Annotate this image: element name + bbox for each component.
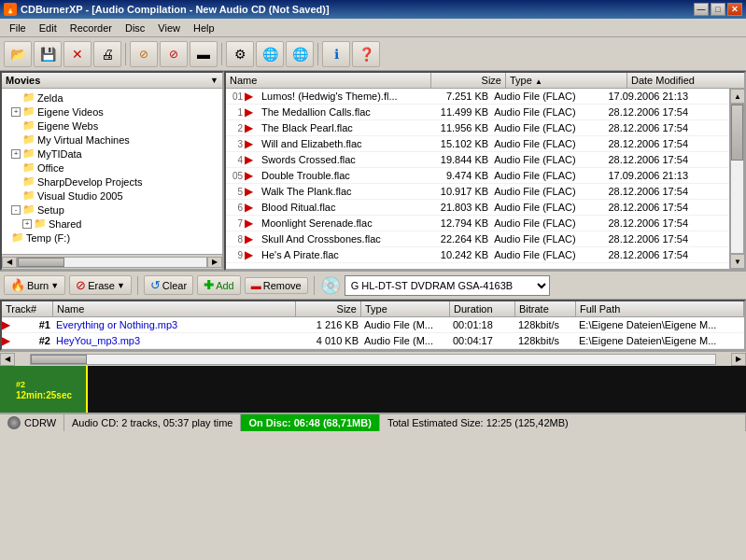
file-list-row[interactable]: 2 ▶ The Black Pearl.flac 11.956 KB Audio…	[226, 120, 729, 136]
file-list-row[interactable]: 7 ▶ Moonlight Serenade.flac 12.794 KB Au…	[226, 216, 729, 231]
vscroll-up-btn[interactable]: ▲	[730, 89, 744, 104]
toolbar-info-button[interactable]: ℹ	[322, 41, 350, 67]
toolbar-delete-button[interactable]: ✕	[63, 41, 91, 67]
th-name[interactable]: Name	[53, 301, 296, 316]
erase-button[interactable]: ⊘ Erase ▼	[69, 275, 132, 295]
file-list-row[interactable]: 8 ▶ Skull And Crossbones.flac 22.264 KB …	[226, 231, 729, 247]
burn-button[interactable]: 🔥 Burn ▼	[4, 275, 65, 295]
clear-button[interactable]: ↺ Clear	[144, 275, 193, 295]
th-duration[interactable]: Duration	[450, 301, 515, 316]
th-type[interactable]: Type	[361, 301, 450, 316]
folder-hscrollbar[interactable]: ◀ ▶	[2, 254, 222, 269]
hscroll-thumb[interactable]	[31, 355, 87, 364]
tree-item-eigene-webs[interactable]: 📁 Eigene Webs	[2, 119, 222, 133]
col-header-type[interactable]: Type ▲	[506, 73, 627, 88]
toolbar-save-button[interactable]: 💾	[34, 41, 62, 67]
col-header-date[interactable]: Date Modified	[627, 73, 746, 88]
vscroll-down-btn[interactable]: ▼	[730, 254, 744, 269]
track-list[interactable]: ▶ #1 Everything or Nothing.mp3 1 216 KB …	[2, 317, 744, 349]
file-list[interactable]: 01 ▶ Lumos! (Hedwig's Theme).fl... 7.251…	[226, 89, 729, 269]
file-list-panel: Name Size Type ▲ Date Modified 01 ▶ Lumo…	[224, 71, 746, 271]
tree-item-office[interactable]: 📁 Office	[2, 161, 222, 175]
col-header-name[interactable]: Name	[226, 73, 431, 88]
tree-item-eigene-videos[interactable]: + 📁 Eigene Videos	[2, 105, 222, 119]
file-list-row[interactable]: 3 ▶ Will and Elizabeth.flac 15.102 KB Au…	[226, 136, 729, 152]
file-list-vscrollbar[interactable]: ▲ ▼	[729, 89, 744, 269]
add-button[interactable]: ✚ Add	[197, 275, 241, 295]
hscroll-right-btn[interactable]: ▶	[731, 353, 746, 366]
hscroll-thumb[interactable]	[18, 258, 64, 267]
file-list-row[interactable]: 1 ▶ The Medallion Calls.flac 11.499 KB A…	[226, 105, 729, 120]
audio-file-icon: ▶	[245, 169, 260, 182]
minimize-button[interactable]: —	[694, 3, 709, 16]
tree-item-zelda[interactable]: 📁 Zelda	[2, 91, 222, 105]
expand-icon[interactable]: +	[22, 219, 32, 229]
vscroll-track[interactable]	[730, 104, 744, 254]
status-on-disc: On Disc: 06:48 (68,71MB)	[241, 414, 379, 431]
vscroll-thumb[interactable]	[731, 105, 743, 161]
track-num: #2	[17, 335, 54, 346]
menu-file[interactable]: File	[4, 21, 32, 35]
audio-file-icon: ▶	[245, 201, 260, 214]
hscrollbar[interactable]: ◀ ▶	[0, 351, 746, 366]
file-list-row[interactable]: 6 ▶ Blood Ritual.flac 21.803 KB Audio Fi…	[226, 200, 729, 216]
toolbar-btn7[interactable]: ▬	[190, 41, 218, 67]
th-path[interactable]: Full Path	[576, 301, 744, 316]
tree-item-sharpdevelop[interactable]: 📁 SharpDevelop Projects	[2, 175, 222, 189]
col-header-size[interactable]: Size	[431, 73, 506, 88]
menu-view[interactable]: View	[152, 21, 186, 35]
toolbar-open-button[interactable]: 📂	[4, 41, 32, 67]
tree-item-temp[interactable]: 📁 Temp (F:)	[2, 231, 222, 245]
th-track[interactable]: Track#	[2, 301, 53, 316]
th-bitrate[interactable]: Bitrate	[515, 301, 576, 316]
burn-dropdown-icon[interactable]: ▼	[50, 281, 59, 290]
toolbar-settings-button[interactable]: ⚙	[226, 41, 254, 67]
folder-dropdown-button[interactable]: ▼	[210, 76, 218, 85]
file-type: Audio File (FLAC)	[492, 138, 606, 149]
hscroll-track[interactable]	[17, 257, 207, 268]
toolbar-btn6[interactable]: ⊘	[160, 41, 188, 67]
file-list-row[interactable]: 05 ▶ Double Trouble.flac 9.474 KB Audio …	[226, 168, 729, 184]
menu-help[interactable]: Help	[188, 21, 220, 35]
file-date: 28.12.2006 17:54	[606, 122, 729, 133]
hscroll-left-btn[interactable]: ◀	[2, 257, 17, 268]
th-size[interactable]: Size	[296, 301, 361, 316]
toolbar-web2-button[interactable]: 🌐	[286, 41, 314, 67]
remove-button[interactable]: ▬ Remove	[245, 277, 308, 294]
file-list-row[interactable]: 5 ▶ Walk The Plank.flac 10.917 KB Audio …	[226, 184, 729, 200]
expand-icon[interactable]: +	[11, 149, 21, 159]
hscroll-track[interactable]	[30, 354, 716, 365]
hscroll-right-btn[interactable]: ▶	[207, 257, 222, 268]
track-list-row[interactable]: ▶ #2 HeyYou_mp3.mp3 4 010 KB Audio File …	[2, 333, 744, 349]
folder-icon: 📁	[22, 161, 35, 174]
col-type-label: Type	[510, 75, 532, 86]
expand-icon[interactable]: +	[11, 107, 21, 117]
track-bitrate: 128kbit/s	[516, 335, 577, 346]
tree-item-setup[interactable]: - 📁 Setup	[2, 203, 222, 217]
tree-item-virtual-machines[interactable]: 📁 My Virtual Machines	[2, 133, 222, 147]
expand-icon[interactable]: -	[11, 205, 21, 215]
tree-item-vs2005[interactable]: 📁 Visual Studio 2005	[2, 189, 222, 203]
menu-disc[interactable]: Disc	[120, 21, 150, 35]
close-button[interactable]: ✕	[727, 3, 742, 16]
tree-item-label: MyTIData	[37, 148, 82, 160]
titlebar-controls[interactable]: — □ ✕	[694, 3, 742, 16]
track-list-row[interactable]: ▶ #1 Everything or Nothing.mp3 1 216 KB …	[2, 317, 744, 333]
file-list-row[interactable]: 4 ▶ Swords Crossed.flac 19.844 KB Audio …	[226, 152, 729, 168]
file-list-row[interactable]: 01 ▶ Lumos! (Hedwig's Theme).fl... 7.251…	[226, 89, 729, 105]
drive-select[interactable]: G HL-DT-ST DVDRAM GSA-4163B	[345, 275, 550, 296]
col-name-label: Name	[230, 75, 257, 86]
menu-edit[interactable]: Edit	[34, 21, 63, 35]
maximize-button[interactable]: □	[711, 3, 725, 16]
menu-recorder[interactable]: Recorder	[64, 21, 118, 35]
toolbar-btn5[interactable]: ⊘	[130, 41, 158, 67]
tree-item-shared[interactable]: + 📁 Shared	[2, 217, 222, 231]
tree-item-mytidata[interactable]: + 📁 MyTIData	[2, 147, 222, 161]
toolbar-help-button[interactable]: ❓	[352, 41, 380, 67]
toolbar-print-button[interactable]: 🖨	[93, 41, 121, 67]
toolbar-web1-button[interactable]: 🌐	[256, 41, 284, 67]
file-list-header: Name Size Type ▲ Date Modified	[226, 73, 744, 89]
hscroll-left-btn[interactable]: ◀	[0, 353, 15, 366]
erase-dropdown-icon[interactable]: ▼	[117, 281, 125, 290]
file-list-row[interactable]: 9 ▶ He's A Pirate.flac 10.242 KB Audio F…	[226, 247, 729, 263]
